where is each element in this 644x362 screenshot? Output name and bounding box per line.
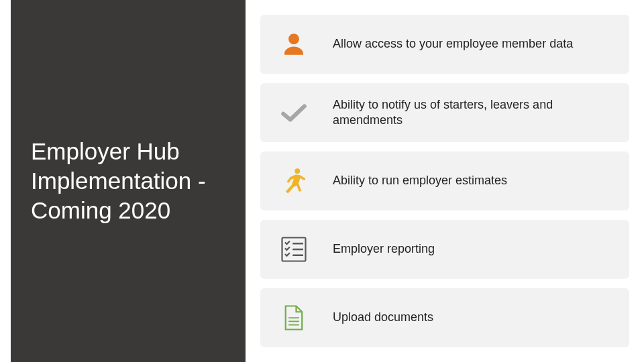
checklist-icon [278,233,310,265]
slide-title: Employer Hub Implementation - Coming 202… [31,137,225,225]
feature-card: Ability to notify us of starters, leaver… [260,83,629,142]
left-panel: Employer Hub Implementation - Coming 202… [11,0,246,362]
person-icon [278,28,310,60]
svg-point-0 [294,168,300,174]
feature-card: Upload documents [260,288,629,347]
feature-text: Allow access to your employee member dat… [333,36,573,52]
feature-card: Employer reporting [260,220,629,279]
runner-icon [278,165,310,197]
feature-text: Ability to run employer estimates [333,173,507,188]
feature-card: Ability to run employer estimates [260,152,629,210]
feature-text: Upload documents [333,310,433,325]
feature-text: Employer reporting [333,241,435,257]
feature-list: Allow access to your employee member dat… [260,15,629,347]
feature-text: Ability to notify us of starters, leaver… [333,97,612,129]
document-icon [278,302,310,334]
feature-card: Allow access to your employee member dat… [260,15,629,74]
check-icon [278,97,310,129]
